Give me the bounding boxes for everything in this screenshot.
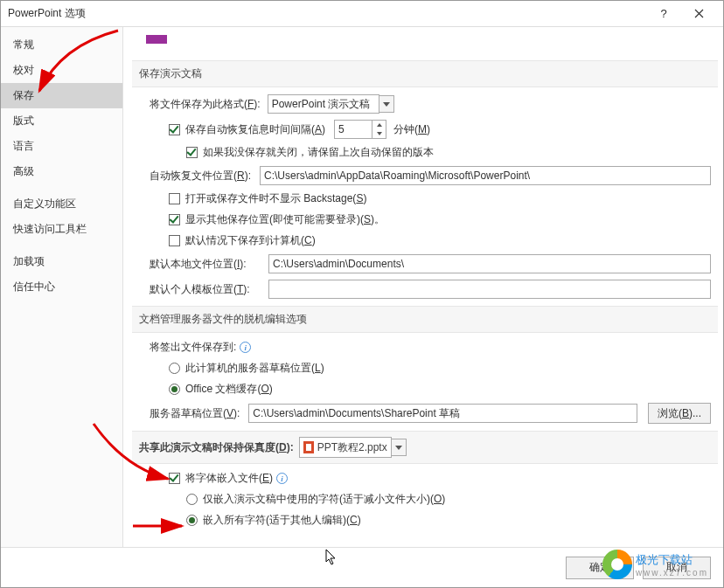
embed-fonts-checkbox[interactable] [169, 473, 180, 484]
brand-logo-icon [602, 550, 632, 579]
no-backstage-label: 打开或保存文件时不显示 Backstage(S) [185, 191, 366, 206]
embed-used-label: 仅嵌入演示文稿中使用的字符(适于减小文件大小)(O) [203, 492, 445, 507]
fidelity-file-name: PPT教程2.pptx [317, 440, 387, 455]
section-offline-docs: 文档管理服务器文件的脱机编辑选项 [132, 306, 718, 333]
titlebar: PowerPoint 选项 ? [1, 1, 723, 27]
save-format-label: 将文件保存为此格式(F): [150, 97, 261, 112]
chevron-down-icon[interactable] [391, 439, 407, 456]
default-file-loc-input[interactable]: C:\Users\admin\Documents\ [268, 254, 711, 273]
info-icon[interactable]: i [240, 342, 251, 353]
show-other-loc-label: 显示其他保存位置(即使可能需要登录)(S)。 [185, 212, 385, 227]
embed-fonts-label: 将字体嵌入文件(E) [185, 471, 273, 486]
embed-used-radio[interactable] [186, 494, 198, 505]
default-tmpl-label: 默认个人模板位置(T): [150, 282, 260, 297]
sidebar-item-qat[interactable]: 快速访问工具栏 [1, 217, 122, 242]
office-cache-label: Office 文档缓存(O) [185, 382, 273, 397]
sidebar-item-addins[interactable]: 加载项 [1, 249, 122, 274]
server-draft-loc-input[interactable]: C:\Users\admin\Documents\SharePoint 草稿 [248, 404, 637, 423]
ar-location-input[interactable]: C:\Users\admin\AppData\Roaming\Microsoft… [260, 166, 711, 185]
show-other-loc-checkbox[interactable] [169, 214, 180, 225]
section-save-presentations: 保存演示文稿 [132, 60, 718, 87]
browse-button[interactable]: 浏览(B)... [648, 403, 711, 424]
no-backstage-checkbox[interactable] [169, 193, 180, 204]
keep-last-checkbox[interactable] [186, 147, 198, 158]
section-fidelity: 共享此演示文稿时保持保真度(D): PPT教程2.pptx [132, 431, 718, 464]
sidebar-item-trust[interactable]: 信任中心 [1, 274, 122, 300]
sidebar-item-customize-ribbon[interactable]: 自定义功能区 [1, 191, 122, 217]
autorecover-label: 保存自动恢复信息时间间隔(A) [185, 122, 325, 137]
server-draft-loc-label: 服务器草稿位置(V): [150, 406, 240, 421]
sidebar-item-save[interactable]: 保存 [1, 83, 122, 108]
chevron-down-icon[interactable] [379, 95, 394, 113]
close-button[interactable] [681, 2, 716, 26]
default-local-checkbox[interactable] [169, 235, 180, 246]
close-icon [694, 9, 704, 18]
content-panel: 保存演示文稿 将文件保存为此格式(F): PowerPoint 演示文稿 保存自… [123, 27, 723, 547]
keep-last-label: 如果我没保存就关闭，请保留上次自动保留的版本 [203, 145, 434, 160]
server-drafts-label: 此计算机的服务器草稿位置(L) [185, 361, 324, 376]
powerpoint-file-icon [303, 441, 314, 453]
server-drafts-radio[interactable] [169, 363, 180, 374]
default-tmpl-input[interactable] [268, 280, 711, 299]
autorecover-interval-input[interactable]: 5 [334, 120, 386, 139]
autorecover-checkbox[interactable] [169, 124, 180, 135]
save-checkout-label: 将签出文件保存到: [150, 340, 236, 355]
brand-text: 极光下载站www.xz7.com [636, 552, 708, 578]
sidebar-item-layout[interactable]: 版式 [1, 108, 122, 134]
sidebar-item-advanced[interactable]: 高级 [1, 159, 122, 184]
sidebar-item-proof[interactable]: 校对 [1, 58, 122, 83]
dialog-title: PowerPoint 选项 [8, 6, 646, 21]
save-format-select[interactable]: PowerPoint 演示文稿 [268, 94, 379, 114]
minutes-label: 分钟(M) [393, 122, 430, 137]
fidelity-file-select[interactable]: PPT教程2.pptx [299, 437, 392, 458]
top-icon-placeholder [146, 34, 711, 53]
sidebar: 常规 校对 保存 版式 语言 高级 自定义功能区 快速访问工具栏 加载项 信任中… [1, 27, 123, 547]
default-file-loc-label: 默认本地文件位置(I): [150, 257, 260, 272]
info-icon[interactable]: i [276, 473, 288, 484]
embed-all-label: 嵌入所有字符(适于其他人编辑)(C) [203, 513, 361, 528]
brand-watermark: 极光下载站www.xz7.com [602, 550, 708, 579]
embed-all-radio[interactable] [186, 515, 198, 526]
help-button[interactable]: ? [646, 2, 681, 26]
cursor-icon [325, 549, 339, 569]
ar-location-label: 自动恢复文件位置(R): [150, 169, 251, 183]
office-cache-radio[interactable] [169, 384, 180, 395]
sidebar-item-general[interactable]: 常规 [1, 32, 122, 58]
sidebar-item-language[interactable]: 语言 [1, 134, 122, 159]
default-local-label: 默认情况下保存到计算机(C) [185, 233, 316, 248]
